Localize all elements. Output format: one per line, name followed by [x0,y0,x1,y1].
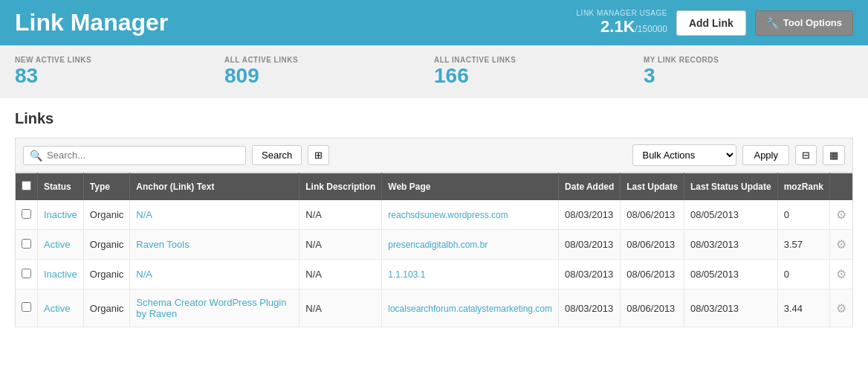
row-type: Organic [83,289,130,327]
row-mozrank: 3.44 [777,289,829,327]
webpage-link[interactable]: reachsdsunew.wordpress.com [388,210,508,220]
row-last-update: 08/06/2013 [621,260,684,289]
th-mozrank: mozRank [777,173,829,201]
th-actions [830,173,853,201]
row-actions[interactable]: ⚙ [830,230,853,260]
tool-options-label: Tool Options [783,17,842,28]
row-status[interactable]: Inactive [38,260,84,289]
th-description: Link Description [299,173,382,201]
table-header-row: Status Type Anchor (Link) Text Link Desc… [16,173,853,201]
row-anchor[interactable]: N/A [130,260,299,289]
gear-icon[interactable]: ⚙ [836,238,846,251]
view-grid-button[interactable]: ▦ [823,145,845,165]
row-actions[interactable]: ⚙ [830,260,853,289]
anchor-link[interactable]: Raven Tools [136,239,189,250]
row-type: Organic [83,260,130,289]
status-badge[interactable]: Inactive [44,269,77,280]
toolbar: 🔍 Search ⊞ Bulk Actions Apply ⊟ ▦ [15,138,853,173]
stat-label-all-inactive: ALL INACTIVE LINKS [434,56,644,64]
row-type: Organic [83,200,130,230]
bulk-actions-select[interactable]: Bulk Actions [632,144,736,166]
view-table-button[interactable]: ⊟ [795,145,817,165]
row-webpage[interactable]: reachsdsunew.wordpress.com [382,200,559,230]
anchor-link[interactable]: N/A [136,209,152,220]
th-last-update: Last Update [621,173,684,201]
stat-value-my-records: 3 [644,64,853,88]
row-checkbox-cell [16,289,38,327]
usage-number: 2.1K [600,17,635,36]
th-webpage: Web Page [382,173,559,201]
table-row: InactiveOrganicN/AN/A1.1.103.108/03/2013… [16,260,853,289]
filter-icon: ⊞ [314,150,323,161]
row-type: Organic [83,230,130,260]
webpage-link[interactable]: presencadigitalbh.com.br [388,240,488,250]
gear-icon[interactable]: ⚙ [836,302,846,315]
row-last-update: 08/06/2013 [621,289,684,327]
section-title: Links [15,110,853,127]
stat-my-link-records: MY LINK RECORDS 3 [644,56,853,88]
stat-value-new-active: 83 [15,64,224,88]
row-status[interactable]: Inactive [38,200,84,230]
usage-limit: /150000 [635,24,667,34]
filter-button[interactable]: ⊞ [308,145,329,165]
th-last-status-update: Last Status Update [684,173,777,201]
th-type: Type [83,173,130,201]
row-actions[interactable]: ⚙ [830,289,853,327]
row-last-update: 08/06/2013 [621,230,684,260]
th-status: Status [38,173,84,201]
webpage-link[interactable]: localsearchforum.catalystemarketing.com [388,304,552,314]
row-webpage[interactable]: presencadigitalbh.com.br [382,230,559,260]
row-webpage[interactable]: 1.1.103.1 [382,260,559,289]
row-description: N/A [299,289,382,327]
select-all-checkbox[interactable] [22,181,31,190]
status-badge[interactable]: Inactive [44,209,77,220]
row-checkbox[interactable] [22,269,31,278]
row-status[interactable]: Active [38,230,84,260]
row-description: N/A [299,260,382,289]
stat-value-all-inactive: 166 [434,64,644,88]
row-status[interactable]: Active [38,289,84,327]
status-badge[interactable]: Active [44,303,70,314]
row-date-added: 08/03/2013 [559,260,621,289]
row-checkbox[interactable] [22,209,31,219]
stat-label-my-records: MY LINK RECORDS [644,56,853,64]
links-table: Status Type Anchor (Link) Text Link Desc… [15,173,853,327]
row-mozrank: 0 [777,260,829,289]
search-icon: 🔍 [30,150,42,161]
webpage-link[interactable]: 1.1.103.1 [388,269,425,280]
search-input[interactable] [47,150,218,161]
page-title: Link Manager [15,9,168,36]
stat-label-all-active: ALL ACTIVE LINKS [224,56,434,64]
search-button[interactable]: Search [252,145,302,165]
row-description: N/A [299,200,382,230]
row-checkbox[interactable] [22,239,31,249]
row-checkbox-cell [16,200,38,230]
header-right: LINK MANAGER USAGE 2.1K/150000 Add Link … [577,9,853,36]
row-actions[interactable]: ⚙ [830,200,853,230]
row-checkbox[interactable] [22,302,31,312]
gear-icon[interactable]: ⚙ [836,208,846,221]
row-anchor[interactable]: N/A [130,200,299,230]
table-row: ActiveOrganicRaven ToolsN/Apresencadigit… [16,230,853,260]
row-checkbox-cell [16,230,38,260]
row-last-status-update: 08/03/2013 [684,289,777,327]
row-webpage[interactable]: localsearchforum.catalystemarketing.com [382,289,559,327]
row-anchor[interactable]: Schema Creator WordPress Plugin by Raven [130,289,299,327]
tool-options-button[interactable]: 🔧 Tool Options [755,10,853,36]
add-link-button[interactable]: Add Link [676,10,746,36]
stat-label-new-active: NEW ACTIVE LINKS [15,56,224,64]
wrench-icon: 🔧 [766,17,779,29]
usage-label: LINK MANAGER USAGE [577,9,667,17]
main-content: Links 🔍 Search ⊞ Bulk Actions Apply ⊟ ▦ [0,98,868,339]
status-badge[interactable]: Active [44,239,70,250]
anchor-link[interactable]: N/A [136,269,152,280]
row-anchor[interactable]: Raven Tools [130,230,299,260]
anchor-link[interactable]: Schema Creator WordPress Plugin by Raven [136,297,286,319]
th-date-added: Date Added [559,173,621,201]
row-mozrank: 0 [777,200,829,230]
gear-icon[interactable]: ⚙ [836,268,846,281]
row-description: N/A [299,230,382,260]
row-checkbox-cell [16,260,38,289]
row-date-added: 08/03/2013 [559,230,621,260]
apply-button[interactable]: Apply [742,145,789,165]
